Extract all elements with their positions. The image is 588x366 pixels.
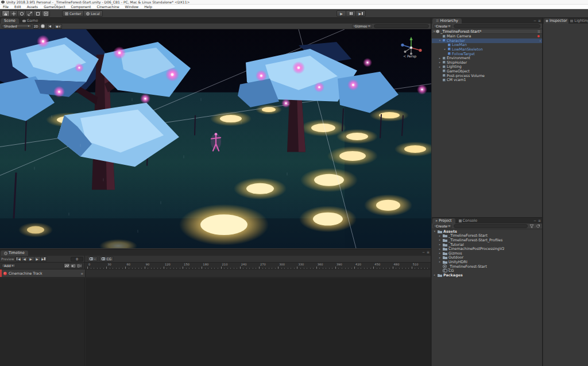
timeline-play-button[interactable]: ▶ bbox=[28, 256, 34, 261]
panel-menu-icons[interactable]: − ≡ bbox=[533, 218, 541, 222]
project-item-packages[interactable]: ▸Packages bbox=[432, 273, 542, 278]
folder-icon bbox=[438, 273, 442, 277]
hand-tool-button[interactable] bbox=[2, 10, 10, 17]
search-by-type-icon[interactable] bbox=[529, 224, 534, 228]
move-icon bbox=[11, 11, 16, 16]
timeline-ruler[interactable]: 0306090120150180210240270300330360390420… bbox=[86, 263, 431, 269]
menu-edit[interactable]: Edit bbox=[11, 5, 24, 9]
space-local-button[interactable]: Local bbox=[84, 10, 103, 17]
foldout-icon[interactable]: ▸ bbox=[438, 238, 442, 241]
hierarchy-item-cm-vcam1[interactable]: CM vcam1 bbox=[432, 78, 542, 82]
menu-gameobject[interactable]: GameObject bbox=[41, 5, 68, 9]
scene-menu-icon[interactable]: ≡ bbox=[537, 29, 540, 34]
preview-toggle[interactable]: Preview bbox=[1, 257, 14, 261]
menu-window[interactable]: Window bbox=[122, 5, 142, 9]
step-button[interactable]: ▶ bbox=[356, 10, 366, 17]
hierarchy-search-input[interactable] bbox=[454, 24, 540, 28]
ruler-major-tick bbox=[87, 267, 88, 269]
hierarchy-item-lowman[interactable]: LowMan bbox=[432, 43, 542, 48]
track-menu-icon[interactable]: ≡ bbox=[80, 272, 83, 275]
search-by-label-icon[interactable] bbox=[536, 224, 540, 228]
dropdown-caret-icon: ▾ bbox=[28, 24, 29, 28]
scale-tool-button[interactable] bbox=[26, 10, 34, 17]
frame-field[interactable]: 0 bbox=[71, 257, 83, 261]
hierarchy-item-lowmanskeleton[interactable]: ▸LowManSkeleton bbox=[432, 47, 542, 52]
timeline-asset-chip[interactable]: CG bbox=[99, 256, 114, 261]
ruler-minor-tick bbox=[173, 268, 174, 269]
tab-project[interactable]: ▸ Project bbox=[432, 218, 455, 224]
cinemachine-track-lane[interactable] bbox=[85, 269, 431, 278]
tab-inspector[interactable]: Inspector bbox=[544, 18, 568, 24]
tab-timeline[interactable]: Timeline bbox=[1, 251, 28, 256]
curves-view-toggle[interactable] bbox=[64, 263, 70, 268]
foldout-icon[interactable]: ▸ bbox=[438, 243, 442, 246]
cinemachine-track-header[interactable]: Cinemachine Track ≡ bbox=[0, 269, 85, 278]
foldout-icon[interactable]: ▸ bbox=[443, 48, 447, 51]
foldout-icon[interactable]: ▸ bbox=[438, 234, 442, 237]
foldout-icon[interactable]: ▸ bbox=[438, 256, 442, 259]
foldout-icon[interactable]: ▸ bbox=[438, 252, 442, 255]
timeline-clips-empty[interactable] bbox=[86, 278, 431, 366]
foldout-icon[interactable]: ▾ bbox=[438, 39, 442, 42]
draw-mode-dropdown[interactable]: Shaded ▾ bbox=[2, 24, 32, 28]
gameobject-icon bbox=[443, 57, 446, 60]
foldout-icon[interactable]: ▸ bbox=[438, 57, 442, 60]
hierarchy-scene-row[interactable]: ▾ _TimelineForest-Start* ≡ bbox=[432, 29, 542, 34]
gizmos-dropdown[interactable]: Gizmos ▾ bbox=[352, 24, 372, 28]
timeline-back-chip[interactable]: ‹ bbox=[87, 256, 98, 261]
menu-cinemachine[interactable]: Cinemachine bbox=[94, 5, 122, 9]
tab-hierarchy[interactable]: ≡ Hierarchy bbox=[432, 18, 462, 24]
scene-audio-toggle[interactable] bbox=[47, 24, 52, 29]
effects-dropdown[interactable]: ◆ ▾ bbox=[54, 24, 62, 29]
move-tool-button[interactable] bbox=[10, 10, 18, 17]
tab-scene[interactable]: Scene bbox=[1, 18, 19, 24]
foldout-icon[interactable]: ▸ bbox=[438, 61, 442, 64]
toggle-2d-button[interactable]: 2D bbox=[33, 24, 38, 29]
clip-edit-mode-icon-button[interactable] bbox=[70, 263, 76, 268]
goto-end-button[interactable]: ▶ bbox=[41, 256, 47, 261]
menu-assets[interactable]: Assets bbox=[24, 5, 41, 9]
hierarchy-create-dropdown[interactable]: Create ▾ bbox=[434, 24, 452, 28]
goto-start-button[interactable]: ◀ bbox=[16, 256, 22, 261]
foldout-icon[interactable]: ▸ bbox=[433, 273, 436, 276]
rect-tool-button[interactable] bbox=[34, 10, 42, 17]
tab-console[interactable]: Console bbox=[455, 218, 481, 224]
project-search-input[interactable] bbox=[454, 224, 528, 228]
scene-viewport[interactable]: < Persp bbox=[0, 29, 431, 248]
foldout-icon[interactable]: ▸ bbox=[438, 248, 442, 251]
ruler-minor-tick bbox=[246, 268, 247, 269]
tab-lighting[interactable]: Lighting bbox=[568, 18, 588, 24]
foldout-icon[interactable]: ▸ bbox=[438, 66, 442, 68]
timeline-tracklist-empty[interactable] bbox=[0, 278, 85, 366]
menu-component[interactable]: Component bbox=[68, 5, 94, 9]
foldout-icon[interactable]: ▸ bbox=[438, 260, 442, 263]
ruler-major-tick bbox=[412, 267, 412, 269]
tab-lighting-label: Lighting bbox=[574, 18, 588, 24]
scene-search-input[interactable] bbox=[374, 24, 429, 28]
inspector-pane: Inspector Lighting bbox=[543, 18, 588, 366]
panel-menu-icons[interactable]: − ≡ bbox=[422, 250, 430, 254]
foldout-icon[interactable]: ▾ bbox=[433, 230, 436, 233]
open-prefab-arrow-icon[interactable]: › bbox=[540, 38, 541, 43]
tab-game[interactable]: Game bbox=[19, 18, 41, 24]
menu-file[interactable]: File bbox=[0, 5, 11, 9]
transform-tool-button[interactable] bbox=[42, 10, 50, 17]
ruler-minor-tick bbox=[294, 268, 295, 269]
track-color-bar bbox=[0, 269, 2, 277]
timeline-add-dropdown[interactable]: Add ▾ bbox=[2, 264, 16, 268]
pause-button[interactable] bbox=[346, 10, 356, 17]
menu-help[interactable]: Help bbox=[141, 5, 155, 9]
scene-asset-icon bbox=[436, 30, 439, 33]
ripple-edit-mode-icon-button[interactable] bbox=[76, 263, 83, 268]
scene-lighting-toggle[interactable] bbox=[40, 24, 45, 29]
persp-label[interactable]: < Persp bbox=[403, 54, 416, 58]
rotate-tool-button[interactable] bbox=[18, 10, 26, 17]
ruler-label: 210 bbox=[222, 263, 228, 266]
hierarchy-item-character[interactable]: ▾Character› bbox=[432, 38, 542, 43]
next-frame-button[interactable]: ▶ bbox=[34, 256, 41, 261]
panel-menu-icons[interactable]: − ≡ bbox=[533, 18, 541, 22]
project-create-dropdown[interactable]: Create ▾ bbox=[434, 224, 452, 228]
pivot-center-button[interactable]: Center bbox=[62, 10, 84, 17]
play-button[interactable]: ▶ bbox=[336, 10, 346, 17]
prev-frame-button[interactable]: ◀ bbox=[22, 256, 28, 261]
